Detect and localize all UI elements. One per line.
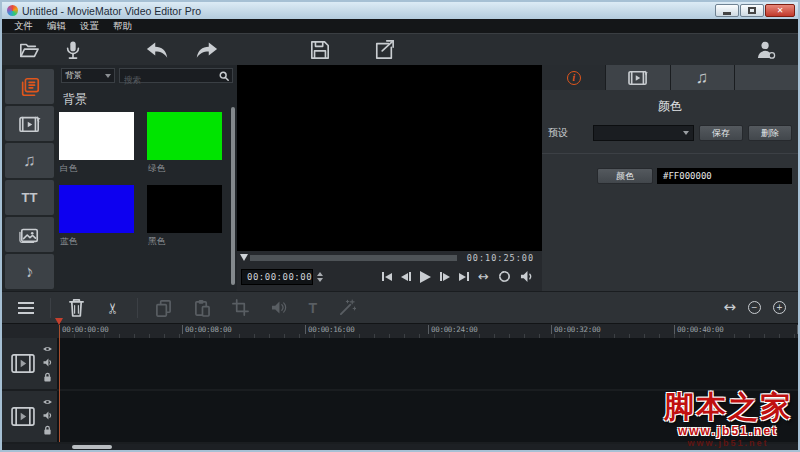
- maximize-icon: [748, 7, 756, 14]
- tab-filters[interactable]: [606, 65, 669, 90]
- sidebar-item-sound-effects[interactable]: ♪: [5, 254, 54, 289]
- maximize-button[interactable]: [740, 4, 764, 17]
- paste-button[interactable]: [183, 299, 221, 317]
- delete-preset-button[interactable]: 删除: [748, 125, 792, 141]
- tab-blank[interactable]: [735, 65, 798, 90]
- sound-effect-icon: ♪: [23, 262, 36, 281]
- media-scrollbar[interactable]: [231, 107, 235, 285]
- sidebar-item-video[interactable]: [5, 106, 54, 141]
- in-out-range-button[interactable]: ↔: [478, 270, 489, 283]
- sidebar-item-text[interactable]: TT: [5, 180, 54, 215]
- swatch-item-black[interactable]: 黑色: [147, 185, 235, 258]
- sidebar-item-media[interactable]: [5, 69, 54, 104]
- zoom-in-button[interactable]: +: [773, 301, 786, 314]
- category-dropdown-value: 背景: [65, 70, 82, 82]
- skip-end-button[interactable]: [459, 272, 469, 281]
- track-header[interactable]: [2, 338, 57, 389]
- media-library-icon: [19, 76, 41, 98]
- menu-settings[interactable]: 设置: [74, 20, 105, 33]
- magic-wand-icon: [339, 299, 356, 316]
- tab-audio[interactable]: ♫: [671, 65, 734, 90]
- preset-dropdown[interactable]: [593, 125, 694, 141]
- lock-icon[interactable]: [43, 425, 52, 435]
- mute-track-icon[interactable]: [43, 411, 53, 420]
- swatch-color[interactable]: [147, 185, 222, 233]
- undo-button[interactable]: [138, 36, 178, 64]
- play-button[interactable]: [420, 271, 431, 283]
- menu-bar: 文件 编辑 设置 帮助: [2, 19, 798, 33]
- color-value-field[interactable]: #FF000000: [657, 168, 792, 184]
- scrollbar-thumb[interactable]: [72, 445, 112, 449]
- swatch-item-blue[interactable]: 蓝色: [59, 185, 147, 258]
- timeline-ruler[interactable]: 00:00:00:00 00:00:08:00 00:00:16:00 00:0…: [2, 323, 798, 338]
- swatch-item-white[interactable]: 白色: [59, 112, 147, 185]
- swatch-label: 白色: [59, 160, 147, 181]
- minimize-button[interactable]: [715, 4, 739, 17]
- watermark-site-name: 脚本之家: [664, 392, 792, 422]
- redo-button[interactable]: [186, 36, 226, 64]
- save-preset-button[interactable]: 保存: [699, 125, 743, 141]
- prev-frame-button[interactable]: [401, 272, 411, 281]
- seek-playhead-icon[interactable]: [240, 254, 248, 261]
- cut-clip-button[interactable]: ✂: [96, 299, 131, 317]
- video-viewport: [237, 65, 542, 251]
- swatch-color[interactable]: [59, 185, 134, 233]
- copy-button[interactable]: [144, 299, 183, 317]
- save-button[interactable]: [302, 36, 338, 64]
- lock-icon[interactable]: [43, 372, 52, 382]
- trash-icon: [68, 298, 85, 317]
- video-clip-icon: [18, 114, 42, 134]
- duration-label: 00:10:25:00: [467, 253, 534, 263]
- delete-clip-button[interactable]: [57, 298, 96, 317]
- timeline-fit-button[interactable]: ↔: [723, 300, 736, 315]
- mute-track-icon[interactable]: [43, 358, 53, 367]
- record-voice-button[interactable]: [56, 36, 90, 64]
- speaker-icon: [271, 300, 287, 315]
- panel-header: 背景: [57, 86, 237, 112]
- loop-settings-button[interactable]: [498, 270, 511, 283]
- track-header[interactable]: [2, 391, 57, 442]
- eye-icon[interactable]: [42, 398, 53, 406]
- export-button[interactable]: [366, 36, 403, 64]
- open-file-button[interactable]: [10, 36, 48, 64]
- clip-volume-button[interactable]: [260, 300, 298, 315]
- crop-button[interactable]: [221, 299, 260, 316]
- menu-file[interactable]: 文件: [8, 20, 39, 33]
- minimize-icon: [723, 12, 731, 15]
- add-text-button[interactable]: T: [298, 300, 329, 316]
- timecode-stepper[interactable]: [317, 272, 323, 282]
- chevron-down-icon: [105, 74, 111, 78]
- zoom-out-button[interactable]: −: [748, 301, 761, 314]
- eye-icon[interactable]: [42, 345, 53, 353]
- menu-help[interactable]: 帮助: [107, 20, 138, 33]
- effects-button[interactable]: [328, 299, 367, 316]
- swatch-item-green[interactable]: 绿色: [147, 112, 235, 185]
- sidebar-item-music[interactable]: ♫: [5, 143, 54, 178]
- window-title: Untitled - MovieMator Video Editor Pro: [22, 5, 715, 17]
- account-button[interactable]: [748, 36, 784, 64]
- properties-tabs: i ♫: [542, 65, 798, 90]
- swatch-color[interactable]: [147, 112, 222, 160]
- panel-title: 颜色: [542, 90, 798, 125]
- color-picker-button[interactable]: 颜色: [597, 168, 653, 184]
- paste-icon: [194, 299, 210, 317]
- swatch-color[interactable]: [59, 112, 134, 160]
- titlebar[interactable]: Untitled - MovieMator Video Editor Pro ✕: [2, 2, 798, 19]
- skip-start-button[interactable]: [382, 272, 392, 281]
- menu-edit[interactable]: 编辑: [41, 20, 72, 33]
- media-panel: 背景 背景 白色 绿色: [57, 65, 237, 291]
- category-dropdown[interactable]: 背景: [61, 68, 115, 83]
- volume-button[interactable]: [520, 270, 534, 283]
- timecode-field[interactable]: 00:00:00:00: [241, 269, 313, 285]
- tab-properties[interactable]: i: [542, 65, 605, 90]
- search-input[interactable]: [120, 74, 232, 87]
- track-lane[interactable]: [57, 338, 798, 389]
- seek-bar[interactable]: [250, 255, 457, 261]
- timeline-toolbar: ✂ T ↔ − +: [2, 291, 798, 323]
- preview-panel: 00:10:25:00 00:00:00:00 ↔: [237, 65, 542, 291]
- sidebar-item-image[interactable]: [5, 217, 54, 252]
- timeline-menu-button[interactable]: [18, 302, 34, 314]
- close-button[interactable]: ✕: [765, 4, 795, 17]
- next-frame-button[interactable]: [440, 272, 450, 281]
- ruler-label: 00:00:24:00: [428, 325, 477, 334]
